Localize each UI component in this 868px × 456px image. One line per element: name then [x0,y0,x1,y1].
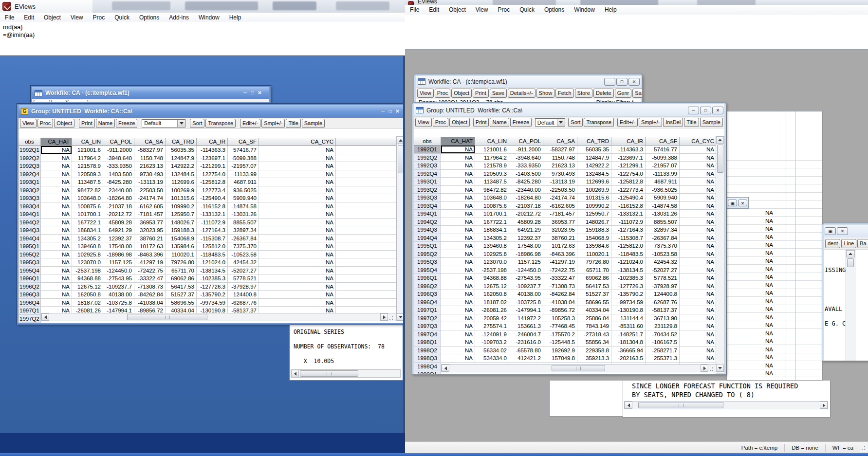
data-cell[interactable]: -5099.388 [228,154,259,163]
obs-cell[interactable]: 1997Q1 [414,306,441,314]
data-cell[interactable]: 124400.8 [228,291,259,299]
data-cell[interactable]: NA [441,226,475,234]
filler-cell[interactable] [336,170,396,179]
data-cell[interactable]: 167722.1 [475,218,509,226]
data-cell[interactable]: -109237.7 [103,283,134,291]
data-cell[interactable]: NA [259,194,336,202]
close-icon[interactable]: ✕ [837,227,848,235]
output-hscrollbar[interactable] [291,369,401,378]
data-cell[interactable]: -118483.5 [611,250,646,258]
obs-cell[interactable]: 1995Q4 [414,266,441,274]
data-cell[interactable]: NA [259,274,336,283]
left-menu-view[interactable]: View [66,13,88,22]
data-cell[interactable]: 167722.1 [72,219,103,227]
data-cell[interactable]: NA [259,154,336,163]
data-cell[interactable]: NA [441,338,475,347]
data-cell[interactable]: -333.9350 [509,162,543,170]
data-cell[interactable]: 412421.2 [509,354,543,363]
obs-cell[interactable]: 1992Q4 [18,170,41,179]
left-menu-window[interactable]: Window [194,13,224,22]
data-cell[interactable]: NA [680,146,716,154]
data-cell[interactable]: 17548.00 [509,242,543,250]
rg-btn-edit[interactable]: Edit+/- [617,118,638,127]
data-cell[interactable]: -22503.50 [134,186,166,195]
data-cell[interactable]: 192692.9 [543,347,577,355]
data-cell[interactable]: 132484.5 [166,170,197,179]
data-cell[interactable]: 56417.53 [577,282,611,291]
data-cell[interactable]: NA [441,218,475,226]
data-cell[interactable]: NA [259,210,336,219]
data-cell[interactable]: 55856.34 [577,338,611,347]
filler-cell[interactable] [336,154,396,163]
data-cell[interactable]: -911.2000 [103,146,134,154]
data-cell[interactable]: NA [680,306,716,314]
data-cell[interactable]: NA [259,283,336,291]
minimize-icon[interactable]: ─ [688,107,699,114]
data-cell[interactable]: -72422.75 [134,267,166,275]
col-header-ca-trd[interactable]: CA_TRD [577,137,611,146]
data-cell[interactable]: 132484.5 [577,170,611,178]
rwf-btn-fetch[interactable]: Fetch [555,89,574,98]
data-cell[interactable]: 102925.8 [475,250,509,258]
scrollbar-thumb[interactable] [300,370,358,377]
data-cell[interactable]: 154068.9 [166,235,197,243]
resize-grip-icon[interactable] [388,313,396,321]
data-cell[interactable]: NA [259,242,336,251]
col-header-ca-ir[interactable]: CA_IR [197,138,228,146]
data-cell[interactable]: 157049.8 [543,354,577,363]
data-cell[interactable]: -33322.47 [543,274,577,282]
data-cell[interactable]: 255371.3 [646,354,680,363]
obs-cell[interactable]: 1997Q1 [18,307,41,315]
data-cell[interactable]: 65711.70 [166,267,197,275]
data-cell[interactable]: 58696.55 [577,298,611,307]
data-cell[interactable]: NA [259,251,336,259]
col-header-ca-ir[interactable]: CA_IR [611,137,646,146]
minimize-icon[interactable]: ─ [604,78,615,86]
data-cell[interactable]: -8463.396 [543,250,577,258]
close-icon[interactable]: ✕ [738,200,747,206]
obs-cell[interactable]: 1993Q1 [18,178,41,186]
data-cell[interactable]: -21037.18 [509,202,543,210]
data-cell[interactable]: 120509.3 [475,170,509,178]
data-cell[interactable]: NA [680,202,716,210]
data-cell[interactable]: -124450.0 [103,267,134,275]
data-cell[interactable]: NA [441,322,475,330]
scroll-left-icon[interactable] [442,365,449,372]
data-cell[interactable]: 134305.2 [72,235,103,243]
col-header-ca-sf[interactable]: CA_SF [228,138,259,146]
data-cell[interactable]: -7181.457 [543,210,577,218]
right-menu-proc[interactable]: Proc [493,5,515,14]
data-cell[interactable]: NA [680,258,716,266]
scrollbar-thumb[interactable] [638,402,723,408]
clip-btn-line[interactable]: Line [841,239,856,248]
filler-cell[interactable] [336,242,396,251]
data-cell[interactable]: NA [259,267,336,275]
clip-btn-dent[interactable]: dent [825,239,840,248]
data-cell[interactable]: -125812.0 [197,242,228,251]
data-cell[interactable]: 109990.2 [577,202,611,210]
data-cell[interactable]: 36953.77 [134,219,166,227]
data-cell[interactable]: 64921.29 [509,226,543,234]
data-cell[interactable]: NA [41,299,72,307]
data-cell[interactable]: -8425.280 [509,178,543,186]
data-cell[interactable]: 153661.3 [509,322,543,330]
col-header-ca-lin[interactable]: CA_LIN [475,137,509,146]
col-header-ca-trd[interactable]: CA_TRD [166,138,197,146]
data-cell[interactable]: 1157.125 [509,258,543,266]
obs-cell[interactable]: 1992Q3 [18,162,41,170]
data-cell[interactable]: 1150.748 [543,154,577,162]
data-cell[interactable]: 32023.95 [134,226,166,235]
data-cell[interactable]: -58327.97 [543,146,577,154]
data-cell[interactable]: 275574.1 [475,322,509,330]
obs-cell[interactable]: 1996Q1 [414,274,441,282]
right-group-titlebar[interactable]: Group: UNTITLED Workfile: CA::Ca\ ─ □ ✕ [414,104,724,117]
lg-btn-freeze[interactable]: Freeze [116,119,137,128]
data-cell[interactable]: -111072.9 [197,219,228,227]
data-cell[interactable]: 103648.0 [72,194,103,202]
close-icon[interactable]: ✕ [628,78,640,86]
data-cell[interactable]: 154068.9 [577,234,611,242]
data-cell[interactable]: 38760.21 [543,234,577,242]
obs-cell[interactable]: 1998Q1 [414,338,441,347]
data-cell[interactable]: 159188.3 [577,226,611,234]
data-cell[interactable]: -58137.37 [646,306,680,314]
